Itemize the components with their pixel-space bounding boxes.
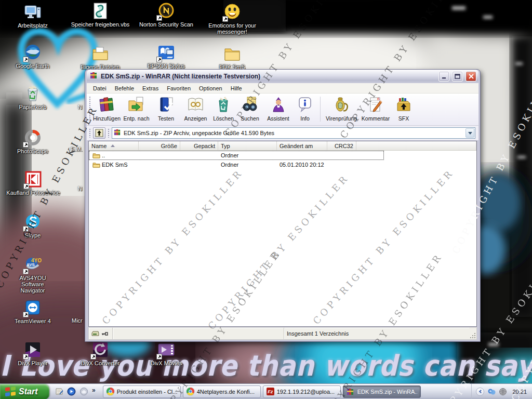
archive-path-combobox[interactable]: EDK SmS.zip - ZIP Archiv, ungepackte Grö… [112,127,475,139]
smiley-icon [223,3,241,21]
column-size[interactable]: Größe [139,141,180,150]
task-winrar-active[interactable]: EDK SmS.zip - WinRA... [343,385,421,398]
archive-description: EDK SmS.zip - ZIP Archiv, ungepackte Grö… [124,130,463,136]
resize-grip[interactable] [469,332,476,339]
desktop-icon-papierkorb[interactable]: Papierkorb [8,85,58,110]
combobox-dropdown-button[interactable] [466,128,474,138]
desktop-icon-speicher-freigeben[interactable]: Speicher freigeben.vbs [69,2,131,28]
up-directory-button[interactable] [93,127,105,139]
shortcut-arrow-overlay [23,354,29,360]
task-chrome-4netplayers[interactable]: 4Netplayers.de Konfi... [183,385,261,398]
column-type[interactable]: Typ [218,141,277,150]
sfx-button[interactable]: SFX [392,95,415,124]
desktop-icon-norton[interactable]: Norton Security Scan [138,2,195,28]
windows-flag-icon [5,387,16,396]
photoscape-icon [24,129,42,147]
messenger-icon[interactable] [79,387,88,396]
menu-extras[interactable]: Extras [138,84,163,92]
desktop-icon-epson-stylus[interactable]: EPSON Stylus [141,44,191,69]
add-button[interactable]: Hinzufügen [92,95,122,124]
maximize-button[interactable] [452,71,463,82]
address-row: EDK SmS.zip - ZIP Archiv, ungepackte Grö… [87,126,478,140]
media-player-icon[interactable] [67,387,76,396]
file-row-parent[interactable]: .. Ordner [89,151,384,160]
chrome-icon [107,388,114,395]
toolbar-grip [89,96,91,124]
tray-collapse-button[interactable] [476,388,484,396]
hidden-icon-partial-label: Micr [72,317,83,324]
extract-to-button[interactable]: Entp. nach [122,95,151,124]
desktop-icon-edk-sms[interactable]: EDK SmS [207,45,257,70]
desktop-icon-skype[interactable]: Skype [8,213,58,238]
test-button[interactable]: Testen [151,95,181,124]
task-filezilla[interactable]: Fz 192.1.19.212@uploa... [263,385,341,398]
kaufland-icon [24,170,42,188]
desktop-icon-kaufland[interactable]: Kaufland Fotoservice [4,170,62,196]
hidden-icon-partial-label: E.M. [71,146,83,152]
show-desktop-icon[interactable] [55,387,63,396]
chevron-down-icon [468,132,472,135]
column-crc32[interactable]: CRC32 [327,141,356,150]
column-modified[interactable]: Geändert am [277,141,327,150]
shortcut-arrow-overlay [90,354,96,360]
status-summary-segment: Insgesamt 1 Verzeichnis [284,328,469,339]
status-icons-segment [89,328,113,339]
desktop-icon-divx-movies[interactable]: DivX Movies [141,341,191,366]
column-name[interactable]: Name [89,141,139,150]
menu-favoriten[interactable]: Favoriten [163,84,195,92]
address-grip [89,128,91,138]
desktop-icon-divx-player[interactable]: DivX Player [8,341,58,366]
virus-scan-button[interactable]: Virenprüfung [324,95,359,124]
desktop-icon-avs4you[interactable]: 4YOUAVS AVS4YOU Software Navigator [8,256,58,294]
wizard-icon [270,96,287,115]
column-packed[interactable]: Gepackt [180,141,218,150]
file-row-edk-sms[interactable]: EDK SmS Ordner 05.01.2010 20:12 [89,160,384,169]
menu-optionen[interactable]: Optionen [195,84,227,92]
documents-folder-icon [91,45,109,62]
comment-button[interactable]: 6 Kommentar [359,95,392,124]
toolbar-separator [320,97,321,122]
file-rows: .. Ordner EDK SmS Ordner 05.01.2010 20:1… [89,151,476,326]
desktop-icon-label: Arbeitsplatz [17,22,48,29]
virus-scan-icon [332,96,350,115]
search-button[interactable]: Suchen [236,95,263,124]
folder-icon [92,162,100,168]
close-button[interactable] [466,71,476,82]
start-button[interactable]: Start [0,384,49,399]
desktop-icon-eigene-dateien[interactable]: Eigene Dateien [75,45,125,70]
desktop-icon-photoscape[interactable]: PhotoScape [8,129,58,154]
desktop-icon-emoticons[interactable]: Emoticons for your messenger! [207,3,257,35]
desktop-icon-arbeitsplatz[interactable]: Arbeitsplatz [8,3,58,29]
title-bar[interactable]: EDK SmS.zip - WinRAR (Nicht lizensierte … [87,70,478,83]
tray-globe-icon[interactable] [499,388,507,396]
desktop-icon-divx-converter[interactable]: DivX Converter [75,341,125,366]
menu-hilfe[interactable]: Hilfe [227,84,246,92]
wizard-button[interactable]: Assistent [263,95,293,124]
overflow-chevron-icon[interactable]: » [92,387,96,394]
shortcut-arrow-overlay [222,16,228,22]
winrar-window: EDK SmS.zip - WinRAR (Nicht lizensierte … [85,69,481,342]
toolbar: Hinzufügen Entp. nach Testen Anzeigen Lö… [87,94,478,126]
svg-text:AVS: AVS [26,262,35,267]
minimize-button[interactable] [438,71,449,82]
folder-icon [223,45,241,62]
vbs-script-icon [91,2,109,20]
view-button[interactable]: Anzeigen [181,95,210,124]
divx-converter-icon [91,341,109,358]
shortcut-arrow-overlay [156,354,162,360]
info-button[interactable]: Info [293,95,317,124]
desktop-icon-teamviewer[interactable]: TeamViewer 4 [8,299,58,324]
tray-messenger-icon[interactable] [487,388,496,396]
avs4you-icon: 4YOUAVS [24,256,42,273]
task-chrome-produkt[interactable]: Produkt einstellen - Cl... [103,385,181,398]
menu-datei[interactable]: Datei [89,84,111,92]
winrar-app-icon [90,71,98,82]
system-tray: 20:21 [471,384,532,399]
hidden-icon-partial-label: N [78,185,82,192]
epson-icon [157,44,175,61]
delete-button[interactable]: Löschen [210,95,236,124]
desktop-icon-google-earth[interactable]: Google Earth [8,44,58,69]
menu-befehle[interactable]: Befehle [111,84,138,92]
shortcut-arrow-overlay [23,312,29,317]
file-list-panel: Name Größe Gepackt Typ Geändert am CRC32… [88,141,477,327]
